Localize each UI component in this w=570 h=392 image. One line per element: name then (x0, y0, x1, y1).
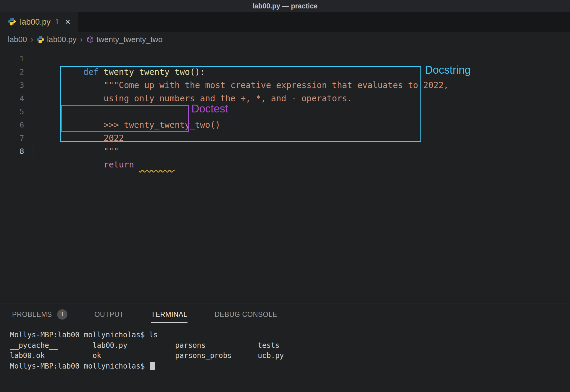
terminal-line: Mollys-MBP:lab00 mollynicholas$ (10, 361, 570, 372)
code-line-8[interactable]: 8 return (0, 145, 570, 158)
window-titlebar: lab00.py — practice (0, 0, 570, 12)
keyword-return: return (83, 160, 134, 170)
line-number: 5 (0, 105, 24, 118)
tab-filename: lab00.py (20, 17, 51, 27)
breadcrumb: lab00 › lab00.py › twenty_twenty_two (0, 32, 570, 47)
panel-tab-terminal[interactable]: TERMINAL (151, 311, 187, 319)
docstring-annotation-label: Docstring (425, 64, 471, 76)
breadcrumb-file[interactable]: lab00.py (47, 35, 76, 44)
python-file-icon (8, 17, 16, 27)
line-number: 8 (0, 145, 24, 158)
panel-tab-label: PROBLEMS (12, 311, 52, 319)
tab-close-icon[interactable]: × (65, 17, 70, 27)
line-number: 1 (0, 52, 24, 66)
panel-tab-output[interactable]: OUTPUT (94, 311, 124, 319)
panel-tab-bar: PROBLEMS 1 OUTPUT TERMINAL DEBUG CONSOLE (0, 304, 570, 325)
line-number: 2 (0, 66, 24, 79)
editor-tab-bar: lab00.py 1 × (0, 12, 570, 32)
tab-lab00py[interactable]: lab00.py 1 × (0, 12, 78, 32)
problems-count-badge: 1 (57, 309, 67, 320)
breadcrumb-separator-icon: › (80, 35, 82, 44)
panel-tab-problems[interactable]: PROBLEMS 1 (12, 309, 67, 320)
code-line-1[interactable]: 1 def twenty_twenty_two(): (0, 52, 570, 66)
error-squiggle (139, 160, 175, 170)
terminal-prompt: Mollys-MBP:lab00 mollynicholas$ (10, 362, 149, 370)
symbol-cube-icon (86, 36, 94, 43)
bottom-panel: PROBLEMS 1 OUTPUT TERMINAL DEBUG CONSOLE… (0, 304, 570, 392)
line-number: 4 (0, 92, 24, 105)
doctest-annotation-box (61, 105, 189, 132)
terminal-line: lab00.ok ok parsons_probs ucb.py (10, 351, 570, 361)
line-number: 6 (0, 118, 24, 132)
breadcrumb-symbol[interactable]: twenty_twenty_two (97, 35, 163, 44)
breadcrumb-separator-icon: › (31, 35, 33, 44)
terminal-cursor (150, 362, 155, 370)
code-editor[interactable]: 1 def twenty_twenty_two(): 2 """Come up … (0, 47, 570, 304)
indent-guide (53, 66, 53, 158)
window-title: lab00.py — practice (252, 2, 318, 10)
breadcrumb-folder[interactable]: lab00 (8, 35, 27, 44)
line-number: 3 (0, 79, 24, 92)
line-number: 7 (0, 132, 24, 145)
tab-problems-count: 1 (55, 18, 59, 26)
terminal-line: Mollys-MBP:lab00 mollynicholas$ ls (10, 330, 570, 340)
terminal-line: __pycache__ lab00.py parsons tests (10, 340, 570, 351)
panel-tab-debug-console[interactable]: DEBUG CONSOLE (215, 311, 277, 319)
doctest-annotation-label: Doctest (191, 103, 228, 115)
terminal[interactable]: Mollys-MBP:lab00 mollynicholas$ ls __pyc… (0, 325, 570, 371)
python-file-icon (37, 36, 44, 43)
